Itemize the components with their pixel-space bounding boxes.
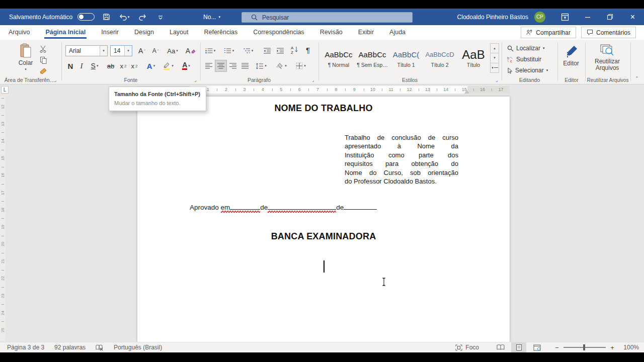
save-button[interactable] — [100, 11, 113, 23]
language-status[interactable]: Português (Brasil) — [114, 344, 162, 351]
clipboard-dialog-launcher[interactable]: ⌟ — [54, 77, 56, 82]
proofing-errors-button[interactable] — [96, 344, 104, 351]
subscript-button[interactable]: x2 — [118, 60, 129, 71]
undo-button[interactable]: ▾ — [118, 11, 131, 23]
comments-button[interactable]: Comentários — [581, 27, 636, 38]
editor-button[interactable]: Editor — [560, 45, 582, 67]
font-family-arrow[interactable]: ▾ — [100, 46, 107, 56]
paragraph-line: do Professor Clodoaldo Bastos. — [345, 177, 458, 186]
font-family-select[interactable]: Arial ▾ — [65, 45, 108, 56]
read-mode-button[interactable] — [493, 342, 508, 352]
ribbon-tab[interactable]: Revisão — [319, 26, 344, 39]
word-count-status[interactable]: 92 palavras — [54, 344, 86, 351]
autosave-toggle[interactable] — [77, 13, 95, 21]
change-case-button[interactable]: Aa▾ — [165, 45, 180, 56]
focus-mode-button[interactable]: Foco — [455, 344, 479, 351]
document-page[interactable]: NOME DO TRABALHO Trabalho de conclusão d… — [137, 97, 510, 342]
user-avatar[interactable]: CP — [534, 12, 545, 23]
copy-button[interactable] — [40, 56, 47, 64]
ribbon-tab[interactable]: Layout — [169, 26, 190, 39]
share-button[interactable]: Compartilhar — [521, 27, 576, 38]
shrink-font-button[interactable]: Aˇ — [149, 45, 162, 56]
borders-button[interactable]: ▾ — [293, 60, 309, 71]
page-number-status[interactable]: Página 3 de 3 — [7, 344, 44, 351]
ribbon-tab[interactable]: Referências — [203, 26, 238, 39]
minimize-button[interactable] — [576, 9, 599, 25]
find-button[interactable]: Localizar▾ — [507, 45, 545, 52]
select-button[interactable]: Selecionar▾ — [507, 67, 548, 74]
vertical-ruler[interactable]: 1213141516171819202122232425 — [0, 96, 6, 341]
paste-button[interactable]: Colar ▾ — [15, 43, 36, 71]
group-separator — [630, 43, 631, 81]
ribbon-tab[interactable]: Ajuda — [388, 26, 407, 39]
style-card[interactable]: AaBbCc ¶ Normal — [323, 44, 355, 73]
clear-formatting-button[interactable]: A — [184, 45, 197, 56]
numbering-button[interactable]: ▾ — [222, 45, 236, 56]
format-painter-button[interactable] — [39, 67, 47, 75]
replace-button[interactable]: bc Substituir — [507, 56, 541, 63]
font-dialog-launcher[interactable]: ⌟ — [194, 77, 196, 82]
grow-font-button[interactable]: Aˆ — [136, 45, 148, 56]
undo-dropdown-arrow[interactable]: ▾ — [128, 15, 130, 19]
print-layout-button[interactable] — [511, 342, 526, 352]
customize-toolbar-button[interactable] — [154, 11, 167, 23]
paste-dropdown-arrow[interactable]: ▾ — [25, 67, 27, 71]
zoom-percentage[interactable]: 100% — [618, 344, 639, 351]
zoom-slider-thumb[interactable] — [583, 344, 585, 350]
font-color-button[interactable]: A▾ — [179, 60, 194, 71]
font-size-arrow[interactable]: ▾ — [124, 46, 132, 56]
right-indent-marker[interactable] — [464, 90, 469, 94]
ruler-number: 25 — [0, 321, 6, 338]
bold-button[interactable]: N — [65, 60, 75, 71]
zoom-slider[interactable] — [564, 347, 606, 348]
underline-button[interactable]: S▾ — [88, 60, 102, 71]
superscript-button[interactable]: x2 — [129, 60, 140, 71]
zoom-in-button[interactable]: + — [607, 344, 618, 351]
restore-button[interactable] — [599, 9, 621, 25]
web-layout-button[interactable] — [529, 342, 544, 352]
show-paragraph-marks-button[interactable]: ¶ — [302, 44, 313, 55]
italic-button[interactable]: I — [77, 60, 86, 71]
paragraph-dialog-launcher[interactable]: ⌟ — [312, 77, 314, 82]
close-button[interactable]: × — [621, 9, 644, 25]
style-card[interactable]: AaB Título — [457, 44, 490, 73]
tab-stop-selector[interactable]: L — [1, 86, 9, 94]
increase-indent-button[interactable] — [274, 45, 286, 56]
justify-button[interactable] — [239, 60, 251, 71]
styles-dialog-launcher[interactable]: ⌟ — [496, 77, 498, 82]
document-name[interactable]: No...▾ — [203, 14, 220, 21]
multilevel-list-button[interactable]: ▾ — [241, 45, 255, 56]
search-input[interactable]: Pesquisar — [242, 12, 413, 23]
strikethrough-button[interactable]: ab — [105, 60, 117, 71]
bullets-button[interactable]: ▾ — [203, 45, 217, 56]
user-name[interactable]: Clodoaldo Pinheiro Bastos — [457, 14, 528, 21]
highlight-color-button[interactable]: ▾ — [160, 60, 176, 71]
styles-scrollbar[interactable]: ▲ ▼ ▼ — [490, 44, 499, 73]
collapse-ribbon-button[interactable]: ⌃ — [635, 76, 639, 81]
align-center-button[interactable] — [215, 60, 226, 71]
sort-button[interactable]: AZ — [288, 44, 301, 55]
redo-button[interactable] — [136, 11, 149, 23]
font-size-select[interactable]: 14 ▾ — [110, 45, 132, 56]
reuse-files-button[interactable]: Reutilizar Arquivos — [593, 44, 622, 71]
ribbon-display-options-button[interactable] — [553, 9, 576, 25]
style-card[interactable]: AaBbC( Título 1 — [390, 44, 422, 73]
shading-button[interactable]: ▾ — [273, 60, 289, 71]
align-right-button[interactable] — [227, 60, 238, 71]
text-effects-button[interactable]: A▾ — [143, 60, 158, 71]
ribbon-tab[interactable]: Design — [133, 26, 155, 39]
cut-button[interactable] — [39, 45, 47, 53]
multilevel-list-icon — [243, 48, 251, 54]
style-card[interactable]: AaBbCc ¶ Sem Esp… — [356, 44, 388, 73]
web-layout-icon — [533, 344, 541, 351]
decrease-indent-button[interactable] — [261, 45, 273, 56]
line-spacing-button[interactable]: ▾ — [254, 60, 269, 71]
zoom-out-button[interactable]: − — [551, 344, 562, 351]
ribbon-tab[interactable]: Exibir — [357, 26, 375, 39]
ribbon-tab[interactable]: Correspondências — [252, 26, 305, 39]
style-card[interactable]: AaBbCcD Título 2 — [424, 44, 456, 73]
align-left-button[interactable] — [203, 60, 214, 71]
ribbon-tab[interactable]: Página Inicial — [44, 26, 87, 39]
ribbon-tab[interactable]: Arquivo — [8, 26, 31, 39]
ribbon-tab[interactable]: Inserir — [100, 26, 120, 39]
